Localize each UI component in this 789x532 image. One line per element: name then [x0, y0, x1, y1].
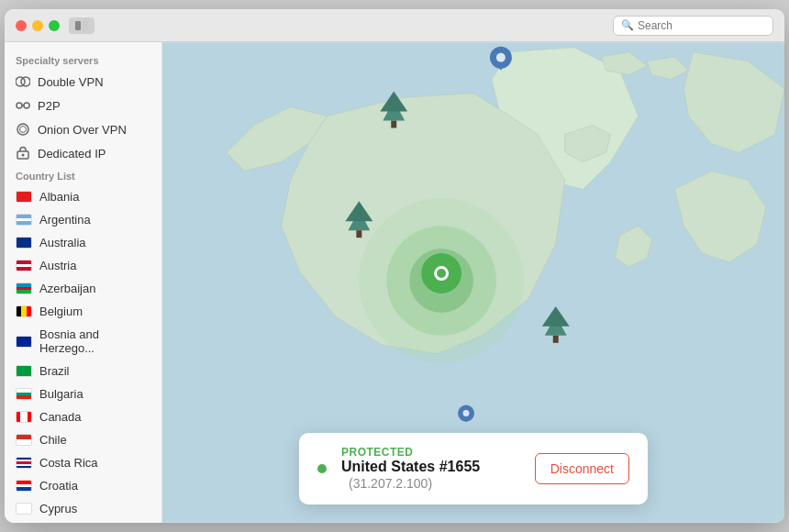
flag-cyprus — [16, 503, 32, 515]
search-input[interactable] — [638, 19, 765, 32]
flag-brazil — [16, 365, 32, 377]
titlebar: 🔍 — [5, 9, 784, 42]
sidebar-item-p2p[interactable]: P2P — [5, 94, 161, 117]
country-canada: Canada — [39, 410, 82, 424]
svg-point-10 — [22, 154, 25, 157]
svg-rect-0 — [75, 21, 81, 30]
flag-croatia — [16, 480, 32, 492]
window-controls — [69, 17, 94, 34]
flag-bosnia — [16, 336, 32, 348]
svg-point-28 — [437, 269, 446, 278]
specialty-header: Specialty servers — [5, 50, 161, 70]
flag-australia — [16, 237, 32, 249]
flag-chile — [16, 434, 32, 446]
status-protected-label: PROTECTED — [341, 446, 520, 459]
onion-icon — [16, 122, 30, 137]
svg-point-30 — [463, 410, 470, 416]
flag-argentina — [16, 214, 32, 226]
sidebar-toggle-button[interactable] — [69, 17, 94, 34]
sidebar-item-double-vpn[interactable]: Double VPN — [5, 70, 161, 94]
sidebar: Specialty servers Double VPN — [5, 42, 162, 523]
svg-rect-17 — [356, 230, 361, 238]
sidebar-item-belgium[interactable]: Belgium — [5, 300, 161, 323]
country-list-header: Country List — [5, 165, 161, 185]
flag-costa-rica — [16, 457, 32, 469]
svg-point-7 — [17, 124, 28, 135]
status-ip-address: (31.207.2.100) — [349, 476, 432, 491]
flag-austria — [16, 260, 32, 272]
svg-point-4 — [17, 103, 22, 108]
disconnect-button[interactable]: Disconnect — [535, 453, 629, 484]
svg-point-22 — [496, 53, 506, 62]
map-area: PROTECTED United States #1655 (31.207.2.… — [162, 42, 784, 523]
main-content: Specialty servers Double VPN — [5, 42, 784, 523]
sidebar-item-brazil[interactable]: Brazil — [5, 360, 161, 382]
svg-rect-14 — [391, 121, 396, 128]
country-costa-rica: Costa Rica — [39, 456, 98, 470]
double-vpn-icon — [16, 74, 30, 89]
country-belgium: Belgium — [39, 305, 83, 318]
sidebar-item-onion-over-vpn[interactable]: Onion Over VPN — [5, 117, 161, 141]
country-bosnia: Bosnia and Herzego... — [39, 327, 150, 355]
maximize-button[interactable] — [49, 20, 60, 31]
dedicated-ip-label: Dedicated IP — [38, 147, 106, 161]
sidebar-item-azerbaijan[interactable]: Azerbaijan — [5, 277, 161, 300]
status-server-row: United States #1655 (31.207.2.100) — [341, 459, 520, 492]
traffic-lights — [16, 20, 60, 31]
flag-albania — [16, 191, 32, 203]
country-croatia: Croatia — [39, 479, 78, 493]
flag-bulgaria — [16, 388, 32, 400]
sidebar-item-bulgaria[interactable]: Bulgaria — [5, 382, 161, 405]
p2p-label: P2P — [38, 99, 61, 113]
status-server-name: United States #1655 — [341, 459, 480, 474]
sidebar-item-albania[interactable]: Albania — [5, 185, 161, 208]
svg-point-5 — [24, 103, 29, 108]
country-austria: Austria — [39, 259, 76, 272]
status-bar: PROTECTED United States #1655 (31.207.2.… — [299, 433, 648, 504]
p2p-icon — [16, 98, 30, 113]
svg-rect-20 — [553, 336, 559, 343]
app-window: 🔍 Specialty servers Double VPN — [5, 9, 784, 523]
sidebar-item-australia[interactable]: Australia — [5, 231, 161, 254]
sidebar-item-chile[interactable]: Chile — [5, 428, 161, 451]
sidebar-item-cyprus[interactable]: Cyprus — [5, 497, 161, 520]
country-argentina: Argentina — [39, 213, 91, 227]
sidebar-item-bosnia[interactable]: Bosnia and Herzego... — [5, 323, 161, 360]
country-azerbaijan: Azerbaijan — [39, 282, 95, 295]
sidebar-item-austria[interactable]: Austria — [5, 254, 161, 277]
country-cyprus: Cyprus — [39, 502, 77, 515]
country-australia: Australia — [39, 236, 86, 249]
sidebar-item-costa-rica[interactable]: Costa Rica — [5, 451, 161, 474]
status-dot — [317, 464, 327, 473]
sidebar-item-croatia[interactable]: Croatia — [5, 474, 161, 497]
dedicated-ip-icon — [16, 146, 30, 161]
svg-rect-1 — [82, 21, 88, 30]
close-button[interactable] — [16, 20, 27, 31]
sidebar-item-czech-republic[interactable]: Czech Republic — [5, 520, 161, 523]
flag-canada — [16, 411, 32, 423]
country-brazil: Brazil — [39, 364, 70, 378]
sidebar-item-dedicated-ip[interactable]: Dedicated IP — [5, 141, 161, 165]
active-location — [359, 198, 523, 362]
minimize-button[interactable] — [32, 20, 43, 31]
svg-point-3 — [21, 77, 30, 86]
search-icon: 🔍 — [621, 19, 634, 31]
status-info: PROTECTED United States #1655 (31.207.2.… — [341, 446, 520, 492]
country-albania: Albania — [39, 190, 79, 204]
country-bulgaria: Bulgaria — [39, 387, 83, 401]
sidebar-item-argentina[interactable]: Argentina — [5, 208, 161, 231]
search-container[interactable]: 🔍 — [613, 16, 773, 36]
onion-over-vpn-label: Onion Over VPN — [38, 123, 127, 137]
sidebar-item-canada[interactable]: Canada — [5, 405, 161, 428]
flag-belgium — [16, 305, 32, 317]
country-chile: Chile — [39, 433, 67, 447]
double-vpn-label: Double VPN — [38, 75, 104, 89]
svg-point-8 — [20, 127, 27, 133]
flag-azerbaijan — [16, 283, 32, 294]
